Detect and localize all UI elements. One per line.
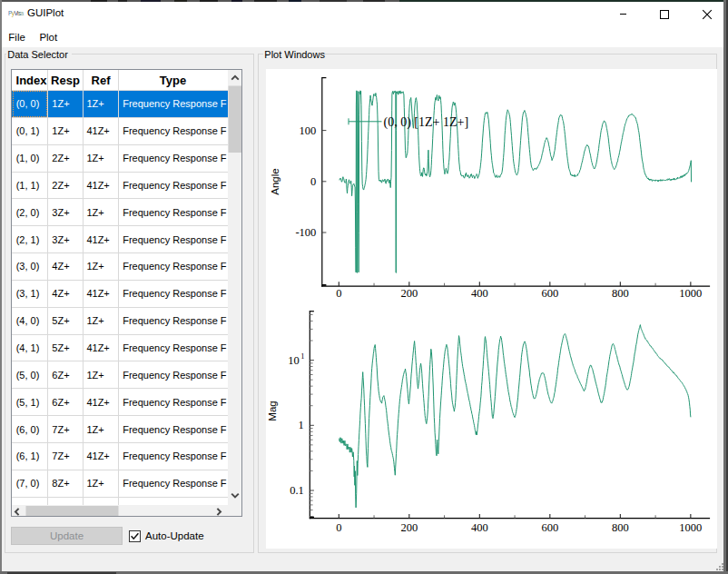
svg-text:-100: -100 (295, 226, 316, 239)
svg-text:100: 100 (300, 124, 317, 136)
svg-text:200: 200 (400, 287, 418, 300)
svg-text:800: 800 (612, 520, 629, 533)
svg-text:600: 600 (541, 287, 558, 300)
svg-text:(0, 0) [1Z+ 1Z+]: (0, 0) [1Z+ 1Z+] (384, 115, 469, 130)
svg-text:200: 200 (400, 520, 418, 533)
svg-text:0: 0 (336, 287, 341, 300)
svg-text:0: 0 (336, 520, 341, 533)
svg-text:Angle: Angle (270, 168, 280, 194)
svg-text:400: 400 (471, 287, 488, 300)
svg-text:1000: 1000 (679, 287, 702, 300)
svg-text:800: 800 (612, 287, 629, 300)
svg-text:400: 400 (471, 520, 488, 533)
svg-text:600: 600 (541, 520, 558, 533)
svg-text:10: 10 (288, 353, 300, 366)
svg-text:0.1: 0.1 (290, 484, 304, 497)
svg-text:1: 1 (299, 419, 304, 431)
svg-text:1: 1 (300, 351, 304, 360)
svg-text:Mag: Mag (267, 401, 278, 421)
svg-text:0: 0 (310, 174, 316, 187)
svg-text:1000: 1000 (679, 520, 702, 533)
